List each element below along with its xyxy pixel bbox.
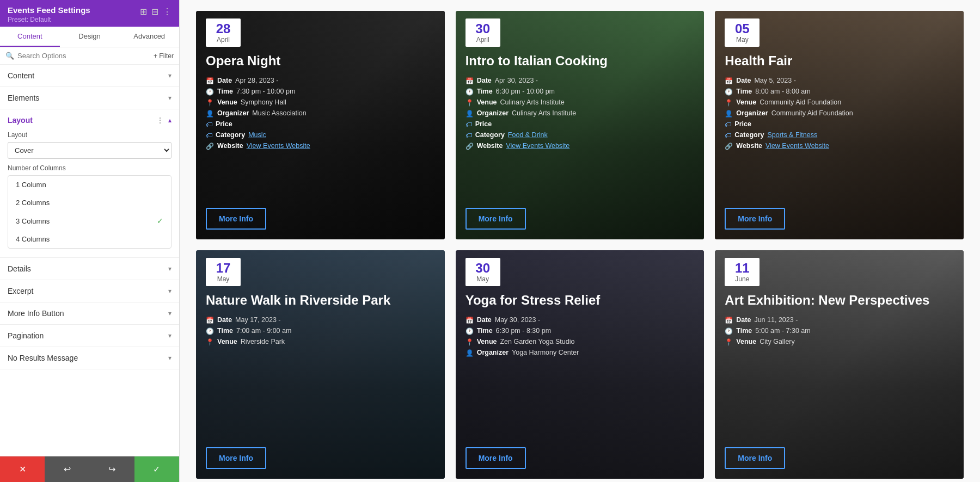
event-details: 📅 Date Apr 30, 2023 - 🕐 Time 6:30 pm - 1… [465,77,695,150]
event-detail: 📍 Venue Zen Garden Yoga Studio [465,338,695,346]
event-detail: 🏷 Price [465,120,695,128]
event-title: Opera Night [206,53,435,69]
event-date-month: April [217,36,230,44]
event-date-day: 30 [475,22,490,36]
panel-icon[interactable]: ⊟ [151,7,158,17]
event-detail: 📍 Venue Culinary Arts Institute [465,98,695,107]
section-details-header[interactable]: Details ▾ [0,258,179,280]
detail-icon: 📅 [725,317,733,324]
detail-icon: 📅 [465,77,474,85]
event-date-badge: 28 April [206,18,241,47]
event-detail: 🏷 Category Sports & Fitness [725,131,954,139]
section-more-info: More Info Button ▾ [0,302,179,325]
event-details: 📅 Date May 5, 2023 - 🕐 Time 8:00 am - 8:… [725,77,954,150]
filter-button[interactable]: + Filter [154,52,174,60]
detail-icon: 🕐 [725,88,733,96]
more-info-button[interactable]: More Info [206,447,266,469]
event-detail: 🕐 Time 7:00 am - 9:00 am [206,327,435,335]
redo-button[interactable]: ↪ [90,456,134,482]
event-detail: 📅 Date Apr 30, 2023 - [465,77,695,85]
detail-icon: 🏷 [725,132,731,139]
section-more-info-header[interactable]: More Info Button ▾ [0,302,179,324]
event-detail: 🕐 Time 6:30 pm - 10:00 pm [465,88,695,96]
section-pagination-header[interactable]: Pagination ▾ [0,325,179,347]
tab-content[interactable]: Content [0,27,60,47]
events-grid: 28 April Opera Night 📅 Date Apr 28, 2023… [196,11,964,479]
event-date-day: 11 [735,261,750,275]
detail-icon: 📅 [465,317,474,324]
detail-icon: 📅 [725,77,733,85]
event-detail: 📅 Date May 5, 2023 - [725,77,954,85]
tab-design[interactable]: Design [60,27,120,47]
sidebar-title: Events Feed Settings [8,5,90,15]
chevron-down-icon: ▾ [168,94,171,102]
save-button[interactable]: ✓ [134,456,179,482]
layout-options-icon[interactable]: ⋮ [156,116,164,125]
event-detail: 🏷 Category Food & Drink [465,131,695,139]
more-info-button[interactable]: More Info [465,447,526,469]
event-detail: 👤 Organizer Yoga Harmony Center [465,349,695,357]
event-title: Health Fair [725,53,954,69]
column-option-1[interactable]: 1 Column [8,176,171,194]
event-date-day: 30 [475,261,490,275]
more-info-button[interactable]: More Info [206,208,266,230]
event-details: 📅 Date May 30, 2023 - 🕐 Time 6:30 pm - 8… [465,316,695,357]
detail-icon: 📅 [206,77,214,85]
detail-icon: 🕐 [465,88,474,96]
detail-icon: 🏷 [206,132,212,139]
event-detail: 📅 Date May 17, 2023 - [206,316,435,324]
column-option-2[interactable]: 2 Columns [8,194,171,212]
more-info-button[interactable]: More Info [465,208,526,230]
search-row: 🔍 + Filter [0,47,179,65]
event-detail: 🏷 Price [206,120,435,128]
more-info-button[interactable]: More Info [725,447,785,469]
chevron-down-icon: ▾ [168,72,171,79]
event-detail: 🕐 Time 7:30 pm - 10:00 pm [206,88,435,96]
more-options-icon[interactable]: ⋮ [163,7,171,17]
section-content: Content ▾ [0,65,179,87]
more-info-button[interactable]: More Info [725,208,785,230]
card-content: 28 April Opera Night 📅 Date Apr 28, 2023… [196,11,445,239]
undo-button[interactable]: ↩ [45,456,89,482]
detail-icon: 🕐 [725,327,733,335]
card-content: 30 May Yoga for Stress Relief 📅 Date May… [456,250,705,479]
event-title: Nature Walk in Riverside Park [206,293,435,308]
detail-icon: 🕐 [206,88,214,96]
sidebar-preset[interactable]: Preset: Default [8,16,90,23]
column-option-3[interactable]: 3 Columns ✓ [8,212,171,230]
detail-icon: 📍 [206,99,214,107]
event-date-month: May [736,36,749,44]
section-excerpt: Excerpt ▾ [0,280,179,302]
detail-icon: 🏷 [465,121,472,128]
section-layout-header[interactable]: Layout ⋮ ▴ [0,109,179,131]
event-date-badge: 30 April [465,18,500,47]
chevron-up-icon: ▴ [168,116,171,124]
detail-icon: 🔗 [206,143,214,150]
event-card-health-fair: 05 May Health Fair 📅 Date May 5, 2023 - … [715,11,964,239]
event-card-italian-cooking: 30 April Intro to Italian Cooking 📅 Date… [456,11,705,239]
maximize-icon[interactable]: ⊞ [140,7,147,17]
event-details: 📅 Date May 17, 2023 - 🕐 Time 7:00 am - 9… [206,316,435,346]
sidebar-tabs: Content Design Advanced [0,27,179,47]
main-content: 28 April Opera Night 📅 Date Apr 28, 2023… [180,0,980,482]
columns-dropdown: 1 Column 2 Columns 3 Columns ✓ 4 Columns [8,175,171,249]
layout-select[interactable]: Cover [8,142,171,159]
chevron-down-icon: ▾ [168,287,171,295]
section-elements-header[interactable]: Elements ▾ [0,87,179,109]
event-details: 📅 Date Jun 11, 2023 - 🕐 Time 5:00 am - 7… [725,316,954,346]
chevron-down-icon: ▾ [168,332,171,339]
column-option-4[interactable]: 4 Columns [8,230,171,248]
chevron-down-icon: ▾ [168,354,171,362]
search-input[interactable] [17,52,150,60]
event-detail: 🔗 Website View Events Website [725,142,954,150]
chevron-down-icon: ▾ [168,265,171,273]
section-excerpt-header[interactable]: Excerpt ▾ [0,280,179,302]
event-detail: 🕐 Time 5:00 am - 7:30 am [725,327,954,335]
section-content-header[interactable]: Content ▾ [0,65,179,86]
cancel-button[interactable]: ✕ [0,456,45,482]
section-no-results-header[interactable]: No Results Message ▾ [0,347,179,369]
section-pagination: Pagination ▾ [0,325,179,347]
tab-advanced[interactable]: Advanced [119,27,179,47]
detail-icon: 🕐 [206,327,214,335]
event-detail: 📍 Venue Community Aid Foundation [725,98,954,107]
